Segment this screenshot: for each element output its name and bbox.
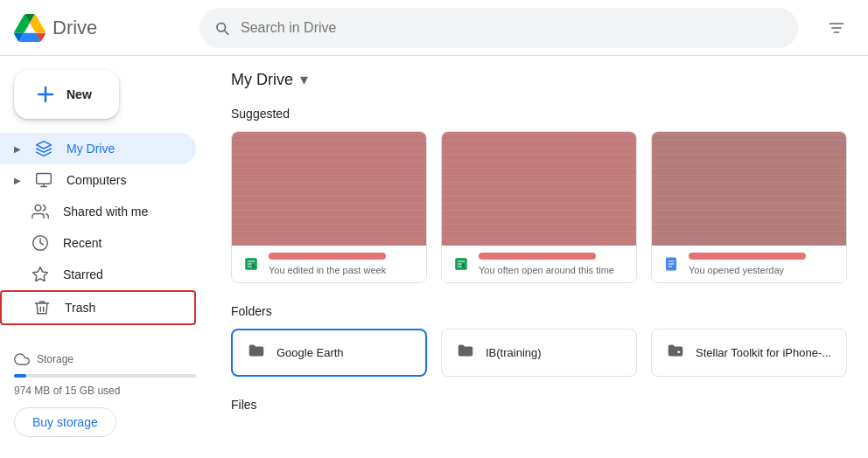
buy-storage-button[interactable]: Buy storage <box>14 407 116 437</box>
drive-nav-icon <box>35 140 52 157</box>
search-icon <box>214 19 230 37</box>
sidebar-item-recent[interactable]: Recent <box>0 227 196 259</box>
new-plus-icon <box>35 84 56 105</box>
sidebar-item-computers-label: Computers <box>66 173 126 187</box>
new-button[interactable]: New <box>14 70 119 119</box>
content-area: My Drive ▾ Suggested <box>210 56 868 458</box>
folder-item-stellar[interactable]: Stellar Toolkit for iPhone-... <box>651 329 847 377</box>
plus-icon <box>35 84 56 105</box>
computers-expand-icon: ▶ <box>14 176 21 185</box>
card-footer: You edited in the past week <box>232 246 426 282</box>
folder-name-ib-training: IB(training) <box>486 346 542 359</box>
cloud-icon <box>14 351 30 367</box>
folder-person-icon <box>666 341 685 364</box>
card-info: You edited in the past week <box>269 253 416 275</box>
sheets-icon <box>452 255 470 273</box>
trash-nav-icon <box>33 299 51 316</box>
sidebar-item-trash[interactable]: Trash <box>0 290 196 325</box>
sidebar-item-starred-label: Starred <box>63 267 103 281</box>
card-footer: You opened yesterday <box>652 246 846 282</box>
card-name-placeholder <box>269 253 386 260</box>
sidebar-item-computers[interactable]: ▶ Computers <box>0 164 196 196</box>
sidebar: New ▶ My Drive ▶ Computers <box>0 56 210 458</box>
card-thumbnail <box>442 132 636 246</box>
app-header: Drive <box>0 0 868 56</box>
computer-nav-icon <box>35 171 52 189</box>
card-name-placeholder <box>689 253 806 260</box>
logo-area: Drive <box>14 12 189 44</box>
storage-bar-fill <box>14 374 26 378</box>
docs-icon <box>662 255 680 273</box>
folder-icon <box>456 341 475 364</box>
thumbnail-texture <box>232 132 426 246</box>
clock-nav-icon <box>32 234 49 252</box>
search-input[interactable] <box>241 20 784 36</box>
svg-point-9 <box>677 350 681 354</box>
storage-title: Storage <box>37 353 74 365</box>
sidebar-item-my-drive[interactable]: ▶ My Drive <box>0 133 196 164</box>
storage-usage-text: 974 MB of 15 GB used <box>14 385 196 397</box>
folder-name-google-earth: Google Earth <box>276 346 344 359</box>
main-layout: New ▶ My Drive ▶ Computers <box>0 56 868 458</box>
sidebar-item-shared-label: Shared with me <box>63 205 148 219</box>
card-info: You often open around this time <box>479 253 626 275</box>
page-title: My Drive <box>231 71 293 89</box>
card-footer: You often open around this time <box>442 246 636 282</box>
svg-point-1 <box>35 205 41 212</box>
folder-icon <box>247 341 266 364</box>
chevron-down-icon[interactable]: ▾ <box>300 70 308 89</box>
card-thumbnail <box>652 132 846 246</box>
suggested-card[interactable]: You edited in the past week <box>231 131 427 283</box>
filter-icon <box>828 19 845 37</box>
filter-button[interactable] <box>819 10 854 45</box>
thumbnail-texture <box>442 132 636 246</box>
content-header: My Drive ▾ <box>231 70 847 89</box>
svg-rect-0 <box>37 174 52 184</box>
sidebar-item-trash-label: Trash <box>65 301 95 315</box>
sheets-icon <box>242 255 260 273</box>
folders-grid: Google Earth IB(training) <box>231 329 847 377</box>
svg-marker-3 <box>33 267 48 281</box>
sidebar-item-recent-label: Recent <box>63 236 102 250</box>
drive-logo-icon <box>14 12 46 44</box>
storage-section: Storage 974 MB of 15 GB used Buy storage <box>0 337 210 451</box>
suggested-cards-grid: You edited in the past week <box>231 131 847 283</box>
suggested-card[interactable]: You often open around this time <box>441 131 637 283</box>
card-description: You opened yesterday <box>689 265 836 275</box>
card-description: You often open around this time <box>479 265 626 275</box>
star-nav-icon <box>32 266 49 283</box>
folder-name-stellar: Stellar Toolkit for iPhone-... <box>696 346 831 359</box>
thumbnail-texture <box>652 132 846 246</box>
storage-bar-background <box>14 374 196 378</box>
app-title: Drive <box>52 17 97 39</box>
svg-rect-5 <box>252 263 255 267</box>
folder-item-google-earth[interactable]: Google Earth <box>231 329 427 377</box>
search-bar[interactable] <box>200 8 798 48</box>
suggested-label: Suggested <box>231 107 847 121</box>
svg-rect-7 <box>462 263 465 267</box>
card-name-placeholder <box>479 253 596 260</box>
card-thumbnail <box>232 132 426 246</box>
card-description: You edited in the past week <box>269 265 416 275</box>
card-info: You opened yesterday <box>689 253 836 275</box>
sidebar-item-my-drive-label: My Drive <box>66 142 115 156</box>
storage-label-row: Storage <box>14 351 196 367</box>
sidebar-item-starred[interactable]: Starred <box>0 259 196 290</box>
folder-item-ib-training[interactable]: IB(training) <box>441 329 637 377</box>
folders-label: Folders <box>231 304 847 318</box>
sidebar-item-shared[interactable]: Shared with me <box>0 196 196 227</box>
new-button-label: New <box>66 87 92 101</box>
expand-arrow-icon: ▶ <box>14 144 21 154</box>
suggested-card[interactable]: You opened yesterday <box>651 131 847 283</box>
files-label: Files <box>231 398 847 412</box>
people-nav-icon <box>32 203 49 220</box>
